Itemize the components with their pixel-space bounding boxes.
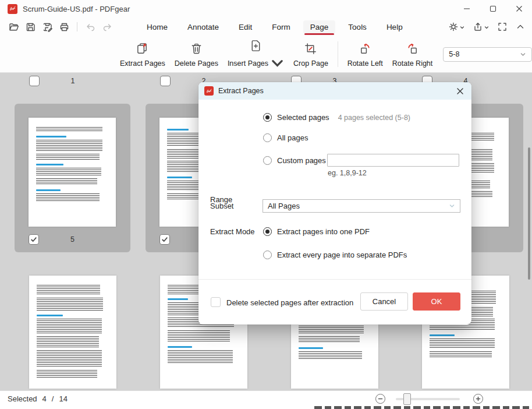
page-range-combobox[interactable]: 5-8: [443, 47, 532, 62]
zoom-slider[interactable]: [396, 398, 460, 400]
custom-pages-radio[interactable]: [263, 156, 272, 165]
extract-pages-button[interactable]: Extract Pages: [116, 38, 169, 70]
chevron-down-icon: [520, 51, 526, 58]
ok-button[interactable]: OK: [413, 292, 460, 311]
selection-status: Selected 4 / 14: [8, 394, 68, 403]
all-pages-option[interactable]: All pages: [263, 133, 308, 142]
title-bar: Scrum-Guide-US.pdf - PDFgear: [0, 0, 532, 17]
undo-icon[interactable]: [84, 20, 97, 33]
fullscreen-icon: [498, 22, 507, 31]
redo-icon[interactable]: [101, 20, 114, 33]
tab-help[interactable]: Help: [380, 20, 410, 34]
selected-pages-option[interactable]: Selected pages 4 pages selected (5-8): [263, 113, 410, 122]
maximize-button[interactable]: [480, 0, 506, 17]
divider: [338, 41, 338, 67]
page-5-preview: [29, 118, 116, 227]
chevron-down-icon: [271, 57, 284, 70]
delete-after-checkbox[interactable]: [211, 297, 221, 307]
divider: [198, 279, 471, 280]
pdfgear-logo-icon: [8, 4, 17, 14]
custom-pages-hint: eg. 1,8,9-12: [328, 169, 367, 177]
status-bar: Selected 4 / 14: [0, 390, 532, 406]
tab-form[interactable]: Form: [265, 20, 297, 34]
chevron-down-icon: [449, 203, 455, 209]
selected-pages-info: 4 pages selected (5-8): [338, 114, 410, 122]
tab-home[interactable]: Home: [140, 20, 175, 34]
crop-icon: [304, 41, 317, 55]
app-window: Scrum-Guide-US.pdf - PDFgear Home Annota…: [0, 0, 532, 409]
divider: [77, 22, 77, 31]
tab-annotate[interactable]: Annotate: [180, 20, 226, 34]
subset-value: All Pages: [268, 202, 300, 210]
zoom-in-button[interactable]: [473, 394, 483, 404]
mode-separate-radio[interactable]: [263, 251, 272, 259]
chevron-down-icon: [460, 22, 464, 32]
minimize-button[interactable]: [453, 0, 480, 17]
menu-tabs: Home Annotate Edit Form Page Tools Help: [140, 17, 410, 36]
selected-count: 4: [42, 394, 47, 403]
rotate-right-button[interactable]: Rotate Right: [389, 38, 436, 70]
crop-page-button[interactable]: Crop Page: [290, 38, 332, 70]
dialog-close-button[interactable]: [451, 82, 469, 100]
open-file-icon[interactable]: [7, 20, 20, 33]
cancel-button[interactable]: Cancel: [360, 292, 408, 311]
dialog-header: Extract Pages: [198, 82, 471, 100]
insert-pages-button[interactable]: Insert Pages: [224, 36, 288, 73]
plus-icon: [476, 396, 481, 401]
print-icon[interactable]: [58, 20, 70, 33]
custom-pages-option[interactable]: Custom pages: [263, 156, 326, 165]
tab-tools[interactable]: Tools: [341, 20, 374, 34]
theme-button[interactable]: [449, 22, 464, 32]
page-toolbar: Extract Pages Delete Pages Insert Pages …: [0, 36, 532, 73]
tab-page[interactable]: Page: [303, 20, 336, 34]
save-icon[interactable]: [24, 20, 37, 33]
zoom-slider-handle[interactable]: [403, 393, 411, 405]
share-icon: [473, 22, 483, 31]
subset-dropdown[interactable]: All Pages: [263, 199, 460, 213]
fullscreen-button[interactable]: [498, 22, 507, 31]
extract-pages-icon: [136, 41, 149, 55]
background-text-fragment: [314, 406, 532, 409]
subset-label: Subset: [210, 202, 233, 210]
rotate-left-button[interactable]: Rotate Left: [344, 38, 386, 70]
background-window-sliver: [0, 406, 532, 409]
rotate-left-icon: [359, 41, 372, 55]
delete-after-label: Delete selected pages after extraction: [226, 298, 353, 307]
dialog-title: Extract Pages: [218, 87, 264, 95]
trash-icon: [190, 41, 203, 55]
save-as-icon[interactable]: [41, 20, 54, 33]
close-icon: [456, 87, 464, 95]
mode-one-pdf-radio[interactable]: [263, 227, 272, 236]
page-range-value: 5-8: [449, 50, 459, 58]
tab-edit[interactable]: Edit: [232, 20, 259, 34]
page-9-thumbnail[interactable]: [29, 276, 116, 389]
chevron-down-icon: [484, 22, 489, 32]
page-5-thumbnail[interactable]: 5: [15, 104, 130, 252]
extract-mode-label: Extract Mode: [210, 227, 255, 236]
close-button[interactable]: [506, 0, 532, 17]
page-9-preview: [29, 276, 116, 389]
delete-pages-button[interactable]: Delete Pages: [171, 38, 222, 70]
window-title: Scrum-Guide-US.pdf - PDFgear: [23, 5, 130, 13]
minus-icon: [378, 396, 383, 401]
extract-pages-dialog: Extract Pages Range Selected pages 4 pag…: [198, 82, 471, 325]
page-1-label-row: 1: [15, 76, 131, 87]
rotate-right-icon: [406, 41, 419, 55]
vertical-scrollbar[interactable]: [528, 147, 530, 280]
menu-bar: Home Annotate Edit Form Page Tools Help: [0, 17, 532, 36]
page-5-number: 5: [15, 235, 130, 244]
mode-separate-option[interactable]: Extract every page into separate PDFs: [263, 251, 407, 259]
custom-pages-input[interactable]: [327, 154, 459, 167]
zoom-out-button[interactable]: [375, 394, 385, 404]
collapse-toolbar-button[interactable]: [516, 22, 525, 31]
sun-icon: [449, 22, 458, 31]
share-button[interactable]: [473, 22, 489, 32]
chevron-up-icon: [516, 22, 525, 31]
selected-pages-radio[interactable]: [263, 113, 272, 122]
mode-one-pdf-option[interactable]: Extract pages into one PDF: [263, 227, 370, 236]
all-pages-radio[interactable]: [263, 133, 272, 142]
total-count: 14: [59, 394, 67, 403]
page-1-number: 1: [15, 77, 131, 85]
insert-page-icon: [249, 38, 263, 52]
pdfgear-logo-icon: [204, 86, 214, 96]
